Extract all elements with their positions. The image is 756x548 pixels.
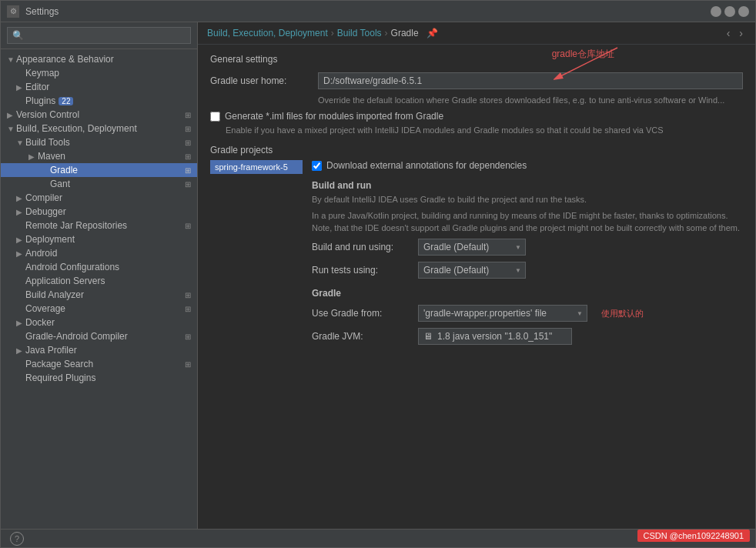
download-row: Download external annotations for depend… (312, 160, 743, 171)
sidebar-item-label: Plugins (25, 95, 55, 106)
build-run-title: Build and run (312, 180, 743, 191)
settings-icon: ⊞ (185, 139, 191, 147)
panel-content: General settings Gradle user home: Overr… (198, 45, 755, 529)
chevron-right-icon: ▶ (16, 319, 25, 327)
sidebar-item-java-profiler[interactable]: ▶ Java Profiler (1, 343, 197, 357)
run-tests-using-select[interactable]: Gradle (Default) IntelliJ IDEA (418, 262, 526, 279)
sidebar-item-editor[interactable]: ▶ Editor (1, 80, 197, 94)
sidebar-item-compiler[interactable]: ▶ Compiler (1, 191, 197, 205)
jvm-icon: 🖥 (423, 331, 433, 342)
settings-icon: ⊞ (185, 291, 191, 299)
window-controls (711, 6, 749, 17)
gradle-user-home-row: Gradle user home: (210, 72, 743, 89)
gradle-jvm-label: Gradle JVM: (312, 331, 412, 342)
generate-iml-checkbox[interactable] (210, 112, 220, 122)
help-button[interactable]: ? (10, 532, 24, 546)
sidebar-item-android-config[interactable]: Android Configurations (1, 260, 197, 274)
run-tests-using-label: Run tests using: (312, 265, 412, 276)
settings-icon: ⊞ (185, 222, 191, 230)
sidebar-item-label: Android Configurations (25, 262, 119, 272)
sidebar-item-label: Coverage (25, 303, 65, 314)
sidebar-item-build-analyzer[interactable]: Build Analyzer ⊞ (1, 288, 197, 302)
download-annotations-label: Download external annotations for depend… (326, 160, 527, 171)
sidebar-item-label: Deployment (25, 234, 75, 245)
settings-icon: ⊞ (185, 332, 191, 341)
gradle-subsection-title: Gradle (312, 288, 743, 299)
maximize-button[interactable] (724, 6, 735, 17)
sidebar-item-label: Maven (38, 151, 65, 162)
sidebar-item-build-tools[interactable]: ▼ Build Tools ⊞ (1, 135, 197, 149)
pin-icon[interactable]: 📌 (427, 28, 438, 38)
sidebar-item-label: Version Control (16, 109, 79, 120)
sidebar-item-app-servers[interactable]: Application Servers (1, 274, 197, 288)
titlebar: ⚙ Settings (1, 1, 755, 22)
projects-layout: spring-framework-5 Download external ann… (210, 160, 743, 351)
sidebar-item-label: Editor (25, 82, 49, 92)
build-run-using-select[interactable]: Gradle (Default) IntelliJ IDEA (418, 239, 526, 256)
sidebar-item-package-search[interactable]: Package Search ⊞ (1, 357, 197, 371)
use-gradle-from-row: Use Gradle from: 'gradle-wrapper.propert… (312, 305, 743, 322)
use-gradle-from-select[interactable]: 'gradle-wrapper.properties' file Specifi… (418, 305, 587, 322)
sidebar-item-debugger[interactable]: ▶ Debugger (1, 205, 197, 219)
build-run-using-label: Build and run using: (312, 242, 412, 252)
breadcrumb-part-3: Gradle (391, 28, 419, 38)
chevron-down-icon: ▼ (7, 125, 16, 133)
sidebar-item-gradle-android[interactable]: Gradle-Android Compiler ⊞ (1, 329, 197, 343)
sidebar-item-label: Android (25, 248, 57, 259)
sidebar-item-label: Keymap (25, 68, 59, 79)
nav-forward-button[interactable]: › (736, 27, 746, 39)
sidebar-item-gradle[interactable]: Gradle ⊞ (1, 163, 197, 177)
sidebar-item-deployment[interactable]: ▶ Deployment (1, 232, 197, 246)
sidebar-item-maven[interactable]: ▶ Maven ⊞ (1, 149, 197, 163)
search-input[interactable] (7, 27, 191, 44)
breadcrumb-sep-1: › (331, 28, 334, 38)
sidebar-item-label: Debugger (25, 206, 66, 217)
gradle-subsection: Gradle Use Gradle from: 'gradle-wrapper.… (312, 288, 743, 345)
sidebar-item-label: Gant (50, 179, 70, 189)
sidebar-item-label: Docker (25, 317, 55, 328)
override-hint: Override the default location where Grad… (318, 95, 743, 105)
sidebar-item-remote-jar[interactable]: Remote Jar Repositories ⊞ (1, 219, 197, 232)
jvm-text: 1.8 java version "1.8.0_151" (437, 331, 552, 342)
download-annotations-checkbox[interactable] (312, 161, 322, 171)
search-box (1, 22, 197, 49)
sidebar-item-docker[interactable]: ▶ Docker (1, 316, 197, 329)
annotation-use-gradle: 使用默认的 (601, 308, 644, 319)
gradle-user-home-input[interactable] (318, 72, 743, 89)
sidebar-item-gant[interactable]: Gant ⊞ (1, 177, 197, 191)
breadcrumb-bar: Build, Execution, Deployment › Build Too… (198, 22, 755, 45)
sidebar-item-coverage[interactable]: Coverage ⊞ (1, 302, 197, 316)
settings-icon: ⊞ (185, 166, 191, 175)
sidebar-item-appearance[interactable]: ▼ Appearance & Behavior (1, 52, 197, 66)
sidebar-item-plugins[interactable]: Plugins 22 (1, 94, 197, 108)
sidebar-tree: ▼ Appearance & Behavior Keymap ▶ Editor … (1, 49, 197, 529)
sidebar-item-label: Remote Jar Repositories (25, 220, 127, 231)
sidebar-item-label: Build Analyzer (25, 289, 84, 300)
use-gradle-from-label: Use Gradle from: (312, 308, 412, 319)
generate-iml-label: Generate *.iml files for modules importe… (225, 111, 443, 122)
sidebar-item-label: Java Profiler (25, 345, 77, 356)
sidebar-item-keymap[interactable]: Keymap (1, 66, 197, 80)
project-item[interactable]: spring-framework-5 (210, 160, 303, 174)
settings-icon: ⊞ (185, 152, 191, 161)
sidebar-item-version-control[interactable]: ▶ Version Control ⊞ (1, 108, 197, 122)
chevron-down-icon: ▼ (16, 139, 25, 147)
general-settings-title: General settings (210, 54, 743, 65)
chevron-right-icon: ▶ (7, 111, 16, 119)
minimize-button[interactable] (711, 6, 721, 17)
nav-back-button[interactable]: ‹ (724, 27, 734, 39)
breadcrumb-part-1[interactable]: Build, Execution, Deployment (207, 28, 328, 38)
settings-icon: ⊞ (185, 360, 191, 369)
gradle-jvm-value: 🖥 1.8 java version "1.8.0_151" (418, 328, 572, 345)
sidebar-item-label: Gradle-Android Compiler (25, 331, 128, 342)
sidebar-item-build-execution[interactable]: ▼ Build, Execution, Deployment ⊞ (1, 122, 197, 135)
sidebar-item-label: Appearance & Behavior (16, 54, 114, 65)
main-panel: Build, Execution, Deployment › Build Too… (198, 22, 755, 529)
sidebar-item-required-plugins[interactable]: Required Plugins (1, 371, 197, 385)
chevron-right-icon: ▶ (16, 236, 25, 244)
close-button[interactable] (738, 6, 749, 17)
sidebar-item-android[interactable]: ▶ Android (1, 246, 197, 260)
use-gradle-from-wrapper: 'gradle-wrapper.properties' file Specifi… (418, 305, 587, 322)
chevron-right-icon: ▶ (16, 83, 25, 92)
breadcrumb-part-2[interactable]: Build Tools (337, 28, 382, 38)
